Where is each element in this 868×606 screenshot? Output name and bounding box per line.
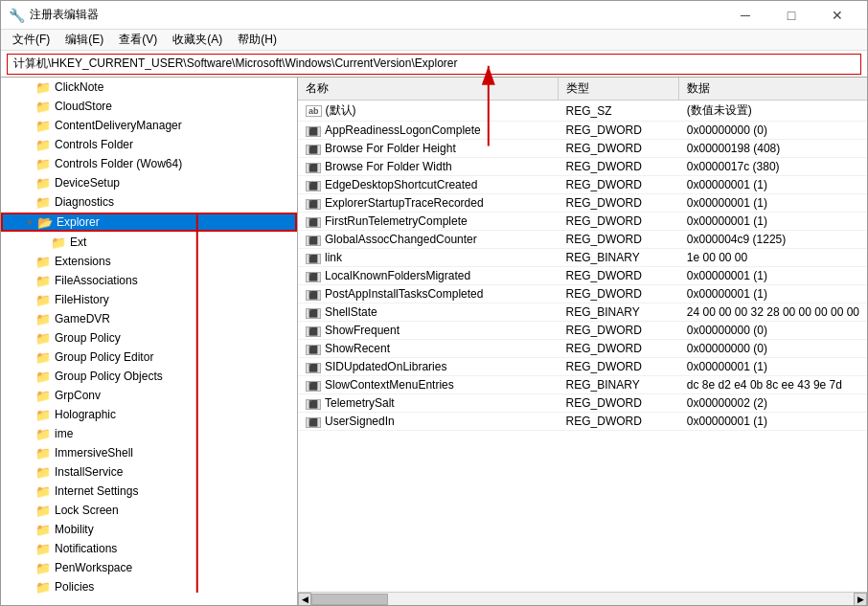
tree-expander[interactable] [20, 173, 35, 192]
tree-item[interactable]: 📁FileHistory [1, 290, 297, 309]
table-row[interactable]: ⬛SIDUpdatedOnLibrariesREG_DWORD0x0000000… [298, 358, 867, 376]
table-row[interactable]: ⬛ShellStateREG_BINARY24 00 00 00 32 28 0… [298, 303, 867, 322]
tree-expander[interactable] [20, 558, 35, 577]
tree-item[interactable]: 📁Diagnostics [1, 192, 297, 212]
tree-item[interactable]: 📁Group Policy [1, 328, 297, 348]
col-name[interactable]: 名称 [298, 78, 559, 101]
scroll-left-button[interactable]: ◀ [298, 593, 311, 606]
table-row[interactable]: ⬛EdgeDesktopShortcutCreatedREG_DWORD0x00… [298, 176, 867, 194]
table-row[interactable]: ⬛ShowFrequentREG_DWORD0x00000000 (0) [298, 322, 867, 340]
tree-item[interactable]: 📁Lock Screen [1, 501, 297, 520]
tree-expander[interactable] [20, 577, 35, 596]
tree-expander[interactable] [20, 501, 35, 520]
tree-item[interactable]: 📁GameDVR [1, 309, 297, 328]
tree-expander[interactable] [20, 348, 35, 367]
cell-name: ⬛PostAppInstallTasksCompleted [298, 285, 559, 303]
tree-expander[interactable] [20, 252, 35, 271]
table-row[interactable]: ⬛ShowRecentREG_DWORD0x00000000 (0) [298, 340, 867, 358]
tree-expander[interactable] [20, 367, 35, 386]
table-row[interactable]: ⬛AppReadinessLogonCompleteREG_DWORD0x000… [298, 122, 867, 140]
tree-item[interactable]: 📁ime [1, 424, 297, 443]
tree-item[interactable]: 📁ContentDeliveryManager [1, 116, 297, 135]
tree-expander[interactable] [20, 309, 35, 328]
tree-expander[interactable] [20, 386, 35, 405]
tree-item[interactable]: 📁ImmersiveShell [1, 443, 297, 462]
tree-expander[interactable] [20, 328, 35, 348]
table-row[interactable]: ⬛PostAppInstallTasksCompletedREG_DWORD0x… [298, 285, 867, 303]
tree-item[interactable]: 📁FileAssociations [1, 271, 297, 290]
tree-item[interactable]: 📁CloudStore [1, 97, 297, 116]
close-button[interactable]: ✕ [815, 1, 859, 30]
table-row[interactable]: ⬛Browse For Folder WidthREG_DWORD0x00000… [298, 158, 867, 176]
title-bar: 🔧 注册表编辑器 ─ □ ✕ [1, 1, 867, 30]
table-row[interactable]: ⬛GlobalAssocChangedCounterREG_DWORD0x000… [298, 231, 867, 249]
tree-item[interactable]: ▼📂Explorer [1, 213, 297, 232]
tree-item[interactable]: 📁PenWorkspace [1, 558, 297, 577]
tree-expander[interactable] [20, 135, 35, 154]
table-row[interactable]: ⬛UserSignedInREG_DWORD0x00000001 (1) [298, 413, 867, 431]
tree-panel[interactable]: 📁ClickNote📁CloudStore📁ContentDeliveryMan… [1, 78, 298, 605]
table-row[interactable]: ⬛FirstRunTelemetryCompleteREG_DWORD0x000… [298, 213, 867, 231]
reg-icon: ⬛ [306, 345, 321, 355]
tree-item[interactable]: 📁Mobility [1, 520, 297, 539]
folder-icon: 📁 [35, 503, 51, 518]
tree-item-label: GrpConv [55, 389, 101, 402]
tree-item[interactable]: 📁InstallService [1, 462, 297, 482]
cell-name: ⬛Browse For Folder Height [298, 140, 559, 158]
scroll-thumb[interactable] [311, 594, 388, 605]
tree-item[interactable]: 📁Controls Folder (Wow64) [1, 154, 297, 173]
menu-item-f[interactable]: 文件(F) [5, 30, 57, 50]
tree-item[interactable]: 📁DeviceSetup [1, 173, 297, 192]
tree-item[interactable]: 📁Policies [1, 577, 297, 596]
tree-expander[interactable] [20, 443, 35, 462]
table-row[interactable]: ⬛TelemetrySaltREG_DWORD0x00000002 (2) [298, 394, 867, 413]
table-scroll[interactable]: 名称 类型 数据 ab(默认)REG_SZ(数值未设置)⬛AppReadines… [298, 78, 867, 592]
table-row[interactable]: ⬛LocalKnownFoldersMigratedREG_DWORD0x000… [298, 267, 867, 285]
table-row[interactable]: ⬛Browse For Folder HeightREG_DWORD0x0000… [298, 140, 867, 158]
tree-item[interactable]: 📁Group Policy Editor [1, 348, 297, 367]
tree-item-label: ime [55, 427, 73, 440]
tree-expander[interactable] [20, 482, 35, 501]
tree-expander[interactable] [20, 424, 35, 443]
address-input[interactable] [7, 54, 861, 75]
tree-item[interactable]: 📁Extensions [1, 252, 297, 271]
tree-expander[interactable] [20, 290, 35, 309]
tree-expander[interactable] [20, 154, 35, 173]
scroll-track[interactable] [311, 593, 854, 606]
menu-item-v[interactable]: 查看(V) [111, 30, 165, 50]
menu-item-h[interactable]: 帮助(H) [230, 30, 285, 50]
table-row[interactable]: ⬛linkREG_BINARY1e 00 00 00 [298, 249, 867, 267]
tree-item[interactable]: 📁ClickNote [1, 78, 297, 97]
tree-expander[interactable] [20, 271, 35, 290]
tree-expander[interactable] [20, 462, 35, 482]
tree-item[interactable]: 📁GrpConv [1, 386, 297, 405]
tree-item[interactable]: 📁Controls Folder [1, 135, 297, 154]
col-type[interactable]: 类型 [559, 78, 679, 101]
tree-item[interactable]: 📁Internet Settings [1, 482, 297, 501]
bottom-scroll-bar[interactable]: ◀ ▶ [298, 592, 867, 605]
table-row[interactable]: ⬛ExplorerStartupTraceRecordedREG_DWORD0x… [298, 194, 867, 213]
menu-item-e[interactable]: 编辑(E) [57, 30, 111, 50]
table-row[interactable]: ⬛SlowContextMenuEntriesREG_BINARYdc 8e d… [298, 376, 867, 394]
tree-expander[interactable] [20, 116, 35, 135]
minimize-button[interactable]: ─ [723, 1, 767, 30]
menu-item-a[interactable]: 收藏夹(A) [165, 30, 230, 50]
tree-expander[interactable] [20, 539, 35, 558]
folder-icon: 📁 [35, 560, 51, 575]
maximize-button[interactable]: □ [769, 1, 813, 30]
tree-expander[interactable] [20, 78, 35, 97]
reg-icon: ⬛ [306, 126, 321, 137]
col-data[interactable]: 数据 [679, 78, 867, 101]
tree-expander[interactable]: ▼ [22, 213, 37, 232]
tree-item[interactable]: 📁Notifications [1, 539, 297, 558]
tree-item[interactable]: 📁Ext [1, 233, 297, 252]
tree-item[interactable]: 📁Holographic [1, 405, 297, 424]
scroll-right-button[interactable]: ▶ [854, 593, 867, 606]
tree-expander[interactable] [20, 192, 35, 212]
tree-expander[interactable] [20, 520, 35, 539]
tree-expander[interactable] [20, 405, 35, 424]
table-row[interactable]: ab(默认)REG_SZ(数值未设置) [298, 101, 867, 122]
tree-expander[interactable] [35, 233, 51, 252]
tree-item[interactable]: 📁Group Policy Objects [1, 367, 297, 386]
tree-expander[interactable] [20, 97, 35, 116]
